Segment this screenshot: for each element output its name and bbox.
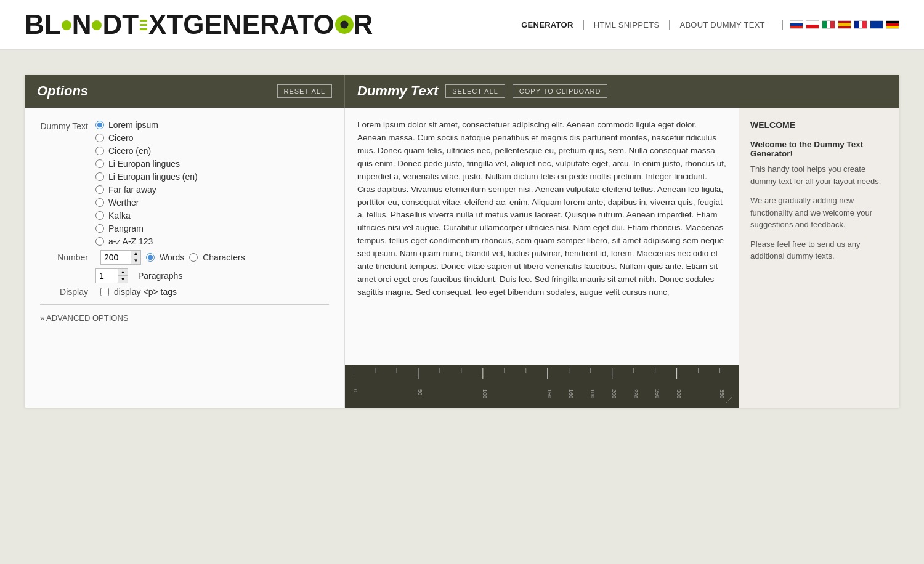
nav: GENERATOR HTML SNIPPETS ABOUT DUMMY TEXT… — [511, 18, 899, 32]
flag-es[interactable] — [838, 20, 851, 29]
type-radio-row: Words Characters — [146, 252, 245, 262]
select-all-button[interactable]: SELECT ALL — [445, 84, 505, 98]
radio-az-input[interactable] — [95, 237, 104, 246]
paragraphs-increment-button[interactable]: ▲ — [118, 269, 128, 276]
radio-chars-input[interactable] — [189, 253, 198, 262]
paragraphs-row: ▲ ▼ Paragraphs — [95, 268, 329, 283]
radio-kafka-input[interactable] — [95, 211, 104, 220]
display-row: Display display <p> tags — [40, 287, 329, 297]
dummy-title: Dummy Text — [357, 83, 438, 99]
ruler: ⟋ — [345, 365, 739, 408]
sidebar-header-col — [739, 75, 899, 108]
welcome-para-3: Please feel free to send us any addition… — [750, 238, 888, 262]
flag-fr[interactable] — [854, 20, 867, 29]
radio-far-away: Far far away — [95, 185, 198, 195]
number-row: Number ▲ ▼ Words Characters — [40, 250, 329, 265]
flag-ru[interactable] — [790, 20, 803, 29]
radio-words-input[interactable] — [146, 253, 155, 262]
paragraphs-label: Paragraphs — [138, 271, 182, 281]
svg-text:300: 300 — [675, 389, 682, 398]
logo-ndot: N — [72, 11, 92, 38]
nav-divider-3: | — [781, 19, 784, 30]
dummy-text-choices: Lorem ipsum Cicero Cicero (en) Li E — [95, 120, 198, 246]
advanced-options-link[interactable]: » ADVANCED OPTIONS — [40, 313, 129, 323]
paragraphs-input[interactable] — [96, 269, 118, 283]
options-header-col: Options RESET ALL — [25, 75, 345, 108]
logo-bl: BL — [25, 11, 61, 38]
ruler-ticks: /* generated via JS below */ — [351, 368, 733, 405]
svg-text:100: 100 — [482, 389, 488, 398]
content-panel: Options RESET ALL Dummy Text SELECT ALL … — [25, 75, 899, 408]
radio-pangram: Pangram — [95, 224, 198, 233]
svg-text:160: 160 — [568, 389, 575, 398]
options-title: Options — [37, 83, 88, 99]
radio-li-europan-en-input[interactable] — [95, 172, 104, 181]
flag-cz[interactable] — [806, 20, 819, 29]
paragraphs-input-wrapper: ▲ ▼ — [95, 268, 128, 283]
flag-de[interactable] — [886, 20, 899, 29]
dummy-text-textarea[interactable] — [357, 119, 727, 351]
spinner-buttons: ▲ ▼ — [131, 251, 140, 264]
ruler-svg: /* generated via JS below */ — [354, 368, 731, 405]
radio-cicero-en-label: Cicero (en) — [108, 146, 151, 156]
radio-lorem-input[interactable] — [95, 121, 104, 129]
radio-far-away-input[interactable] — [95, 185, 104, 194]
logo-xtgen: XTGENERATO — [148, 11, 334, 38]
radio-pangram-input[interactable] — [95, 224, 104, 233]
options-column: Dummy Text Lorem ipsum Cicero Cicero — [25, 108, 345, 408]
number-increment-button[interactable]: ▲ — [131, 251, 140, 257]
paragraphs-spinner-buttons: ▲ ▼ — [118, 269, 128, 283]
radio-kafka-label: Kafka — [108, 211, 131, 220]
header: BL N DT XTGENERATO R GENERATOR HTML SNIP… — [0, 0, 924, 50]
welcome-title: WELCOME — [750, 120, 888, 130]
number-decrement-button[interactable]: ▼ — [131, 257, 140, 264]
welcome-subtitle: Welcome to the Dummy Text Generator! — [750, 140, 888, 158]
svg-text:50: 50 — [417, 389, 424, 395]
display-p-tags-checkbox[interactable] — [100, 288, 109, 296]
radio-werther-label: Werther — [108, 198, 139, 207]
radio-az-label: a-z A-Z 123 — [108, 236, 153, 246]
logo-lines-icon — [140, 20, 147, 30]
radio-werther-input[interactable] — [95, 198, 104, 207]
paragraphs-decrement-button[interactable]: ▼ — [118, 276, 128, 283]
flag-gb[interactable] — [870, 20, 883, 29]
panel-header: Options RESET ALL Dummy Text SELECT ALL … — [25, 75, 899, 108]
nav-about[interactable]: ABOUT DUMMY TEXT — [670, 18, 774, 32]
flags-container — [790, 20, 899, 29]
logo-dt: DT — [102, 11, 139, 38]
dummy-text-area — [345, 108, 739, 365]
radio-cicero-label: Cicero — [108, 133, 133, 143]
number-label: Number — [40, 252, 95, 262]
copy-to-clipboard-button[interactable]: COPY TO CLIPBOARD — [513, 84, 608, 98]
radio-li-europan-input[interactable] — [95, 159, 104, 168]
radio-werther: Werther — [95, 198, 198, 207]
radio-far-away-label: Far far away — [108, 185, 156, 195]
radio-li-europan-en: Li Europan lingues (en) — [95, 172, 198, 182]
flag-it[interactable] — [822, 20, 835, 29]
svg-text:250: 250 — [654, 389, 661, 398]
radio-cicero-en-input[interactable] — [95, 147, 104, 155]
radio-cicero: Cicero — [95, 133, 198, 143]
reset-all-button[interactable]: RESET ALL — [277, 84, 333, 98]
nav-generator[interactable]: GENERATOR — [511, 18, 583, 32]
logo-r: R — [354, 11, 373, 38]
nav-html-snippets[interactable]: HTML SNIPPETS — [584, 18, 670, 32]
display-label: Display — [40, 287, 95, 297]
radio-cicero-input[interactable] — [95, 134, 104, 142]
radio-pangram-label: Pangram — [108, 224, 144, 233]
dummy-header-col: Dummy Text SELECT ALL COPY TO CLIPBOARD — [345, 75, 739, 108]
svg-text:180: 180 — [590, 389, 596, 398]
radio-lorem: Lorem ipsum — [95, 120, 198, 130]
panel-body: Dummy Text Lorem ipsum Cicero Cicero — [25, 108, 899, 408]
logo-dot2 — [92, 20, 102, 30]
svg-text:150: 150 — [546, 389, 553, 398]
radio-kafka: Kafka — [95, 211, 198, 220]
logo-gear-icon — [335, 15, 354, 34]
main-wrapper: Options RESET ALL Dummy Text SELECT ALL … — [0, 50, 924, 426]
number-input[interactable] — [101, 251, 131, 264]
logo-dot1 — [62, 20, 71, 30]
dummy-text-label: Dummy Text — [40, 120, 95, 131]
number-input-wrapper: ▲ ▼ — [100, 250, 141, 265]
svg-text:0: 0 — [354, 389, 359, 392]
radio-li-europan: Li Europan lingues — [95, 159, 198, 169]
